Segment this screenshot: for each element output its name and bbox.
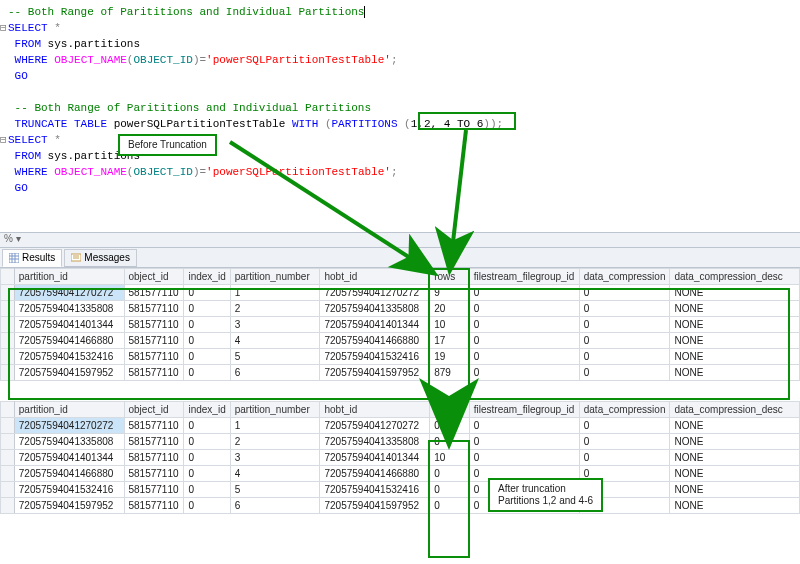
table-cell[interactable]: NONE xyxy=(670,285,800,301)
table-row[interactable]: 7205759404159795258157711006720575940415… xyxy=(1,498,800,514)
table-cell[interactable]: 72057594041466880 xyxy=(320,466,430,482)
table-cell[interactable]: NONE xyxy=(670,498,800,514)
tab-results[interactable]: Results xyxy=(2,249,62,267)
table-cell[interactable]: NONE xyxy=(670,466,800,482)
table-cell[interactable]: 0 xyxy=(184,434,230,450)
table-cell[interactable]: 4 xyxy=(230,466,320,482)
splitter-bar[interactable]: % ▾ xyxy=(0,232,800,248)
column-header[interactable]: hobt_id xyxy=(320,269,430,285)
column-header[interactable]: index_id xyxy=(184,269,230,285)
table-cell[interactable]: 72057594041270272 xyxy=(14,285,124,301)
table-cell[interactable]: 0 xyxy=(579,301,670,317)
table-cell[interactable]: 72057594041335808 xyxy=(320,434,430,450)
table-row[interactable]: 7205759404153241658157711005720575940415… xyxy=(1,349,800,365)
table-cell[interactable]: 0 xyxy=(579,482,670,498)
table-cell[interactable]: 0 xyxy=(579,349,670,365)
table-cell[interactable]: NONE xyxy=(670,317,800,333)
table-cell[interactable]: NONE xyxy=(670,418,800,434)
column-header[interactable]: hobt_id xyxy=(320,402,430,418)
table-cell[interactable]: 72057594041270272 xyxy=(320,418,430,434)
table-row[interactable]: 7205759404133580858157711002720575940413… xyxy=(1,434,800,450)
table-cell[interactable]: 0 xyxy=(579,317,670,333)
table-cell[interactable]: 0 xyxy=(579,418,670,434)
table-cell[interactable]: 581577110 xyxy=(124,434,184,450)
table-cell[interactable]: 0 xyxy=(579,285,670,301)
column-header[interactable]: data_compression xyxy=(579,402,670,418)
table-cell[interactable]: 72057594041532416 xyxy=(320,482,430,498)
table-cell[interactable]: 0 xyxy=(184,365,230,381)
sql-editor[interactable]: -- Both Range of Parititions and Individ… xyxy=(0,0,800,232)
table-row[interactable]: 7205759404146688058157711004720575940414… xyxy=(1,466,800,482)
table-cell[interactable]: 3 xyxy=(230,317,320,333)
table-cell[interactable]: 0 xyxy=(469,333,579,349)
table-cell[interactable]: 10 xyxy=(430,317,470,333)
table-cell[interactable]: 0 xyxy=(579,434,670,450)
table-cell[interactable]: 0 xyxy=(469,349,579,365)
table-cell[interactable]: 6 xyxy=(230,365,320,381)
table-cell[interactable]: 2 xyxy=(230,434,320,450)
table-cell[interactable]: 0 xyxy=(579,333,670,349)
table-row[interactable]: 7205759404140134458157711003720575940414… xyxy=(1,317,800,333)
table-cell[interactable]: 72057594041401344 xyxy=(320,450,430,466)
table-cell[interactable]: 0 xyxy=(469,498,579,514)
table-cell[interactable]: 72057594041401344 xyxy=(14,450,124,466)
table-cell[interactable]: NONE xyxy=(670,301,800,317)
table-cell[interactable]: 581577110 xyxy=(124,285,184,301)
table-cell[interactable]: 0 xyxy=(469,317,579,333)
table-cell[interactable]: 0 xyxy=(184,317,230,333)
table-cell[interactable]: 4 xyxy=(230,333,320,349)
results-grid-1[interactable]: partition_idobject_idindex_idpartition_n… xyxy=(0,268,800,381)
table-cell[interactable]: 0 xyxy=(579,450,670,466)
table-cell[interactable]: 5 xyxy=(230,482,320,498)
table-cell[interactable]: 581577110 xyxy=(124,301,184,317)
table-cell[interactable]: 72057594041466880 xyxy=(14,466,124,482)
table-cell[interactable]: 19 xyxy=(430,349,470,365)
table-cell[interactable]: 0 xyxy=(469,285,579,301)
table-cell[interactable]: 581577110 xyxy=(124,349,184,365)
table-cell[interactable]: 879 xyxy=(430,365,470,381)
table-cell[interactable]: NONE xyxy=(670,434,800,450)
table-row[interactable]: 7205759404127027258157711001720575940412… xyxy=(1,418,800,434)
table-cell[interactable]: 0 xyxy=(469,365,579,381)
table-cell[interactable]: 0 xyxy=(469,434,579,450)
table-cell[interactable]: 72057594041401344 xyxy=(14,317,124,333)
table-cell[interactable]: 0 xyxy=(184,466,230,482)
table-cell[interactable]: 581577110 xyxy=(124,365,184,381)
table-cell[interactable]: 0 xyxy=(184,498,230,514)
column-header[interactable]: partition_number xyxy=(230,402,320,418)
table-cell[interactable]: 581577110 xyxy=(124,333,184,349)
table-cell[interactable]: 20 xyxy=(430,301,470,317)
table-cell[interactable]: 0 xyxy=(469,418,579,434)
table-cell[interactable]: 72057594041335808 xyxy=(14,301,124,317)
column-header[interactable]: filestream_filegroup_id xyxy=(469,269,579,285)
table-cell[interactable]: 72057594041401344 xyxy=(320,317,430,333)
table-cell[interactable]: 0 xyxy=(469,466,579,482)
table-cell[interactable]: 581577110 xyxy=(124,317,184,333)
table-cell[interactable]: 581577110 xyxy=(124,418,184,434)
table-cell[interactable]: 72057594041466880 xyxy=(320,333,430,349)
table-cell[interactable]: 0 xyxy=(184,285,230,301)
table-cell[interactable]: 0 xyxy=(184,418,230,434)
column-header[interactable]: data_compression_desc xyxy=(670,402,800,418)
table-cell[interactable]: 72057594041597952 xyxy=(14,498,124,514)
table-row[interactable]: 7205759404159795258157711006720575940415… xyxy=(1,365,800,381)
table-cell[interactable]: 0 xyxy=(184,349,230,365)
table-cell[interactable]: 0 xyxy=(579,498,670,514)
table-cell[interactable]: 0 xyxy=(430,466,470,482)
column-header[interactable]: partition_id xyxy=(14,269,124,285)
table-cell[interactable]: NONE xyxy=(670,450,800,466)
table-cell[interactable]: 0 xyxy=(579,466,670,482)
column-header[interactable]: index_id xyxy=(184,402,230,418)
table-cell[interactable]: 0 xyxy=(184,450,230,466)
table-cell[interactable]: 0 xyxy=(184,333,230,349)
tab-messages[interactable]: Messages xyxy=(64,249,137,267)
table-cell[interactable]: 0 xyxy=(430,434,470,450)
table-cell[interactable]: 72057594041597952 xyxy=(320,365,430,381)
table-cell[interactable]: 72057594041597952 xyxy=(320,498,430,514)
table-row[interactable]: 7205759404146688058157711004720575940414… xyxy=(1,333,800,349)
table-cell[interactable]: NONE xyxy=(670,365,800,381)
table-cell[interactable]: 72057594041532416 xyxy=(14,349,124,365)
table-cell[interactable]: NONE xyxy=(670,349,800,365)
table-cell[interactable]: 581577110 xyxy=(124,450,184,466)
table-cell[interactable]: 6 xyxy=(230,498,320,514)
